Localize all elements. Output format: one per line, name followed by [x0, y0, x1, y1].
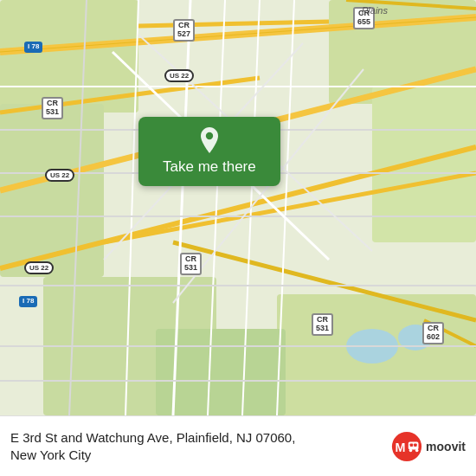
badge-cr527: CR527 — [173, 19, 195, 42]
map-container: I 78 CR527 CR655 CR531 US 22 US 22 CR531… — [0, 0, 476, 415]
svg-point-37 — [206, 132, 213, 139]
place-label-plains: Plains — [362, 5, 388, 16]
svg-rect-42 — [414, 443, 417, 447]
take-me-there-label: Take me there — [163, 158, 256, 176]
bottom-bar: E 3rd St and Watchung Ave, Plainfield, N… — [0, 415, 476, 476]
address-line1: E 3rd St and Watchung Ave, Plainfield, N… — [10, 430, 295, 445]
address-text: E 3rd St and Watchung Ave, Plainfield, N… — [10, 429, 383, 463]
address-city: New York City — [10, 447, 91, 462]
svg-rect-41 — [410, 443, 414, 447]
svg-text:M: M — [396, 441, 406, 454]
svg-rect-40 — [408, 441, 419, 449]
svg-rect-4 — [372, 87, 476, 242]
location-pin-icon — [196, 127, 222, 153]
take-me-there-button[interactable]: Take me there — [138, 117, 280, 186]
badge-cr531-bottom: CR531 — [312, 313, 333, 336]
badge-us22-left: US 22 — [45, 169, 74, 182]
moovit-icon: M — [391, 431, 422, 462]
badge-i78-bottom: I 78 — [19, 296, 37, 307]
map-svg — [0, 0, 476, 415]
moovit-text: moovit — [426, 440, 466, 453]
badge-cr531-mid: CR531 — [180, 253, 202, 275]
badge-cr531-top: CR531 — [42, 97, 63, 119]
badge-us22-bottom: US 22 — [24, 261, 54, 274]
moovit-logo: M moovit — [391, 431, 466, 462]
badge-i78: I 78 — [24, 42, 42, 53]
svg-point-44 — [415, 448, 419, 452]
svg-point-43 — [409, 448, 413, 452]
badge-us22-mid: US 22 — [164, 69, 194, 82]
badge-cr602: CR602 — [422, 322, 444, 344]
